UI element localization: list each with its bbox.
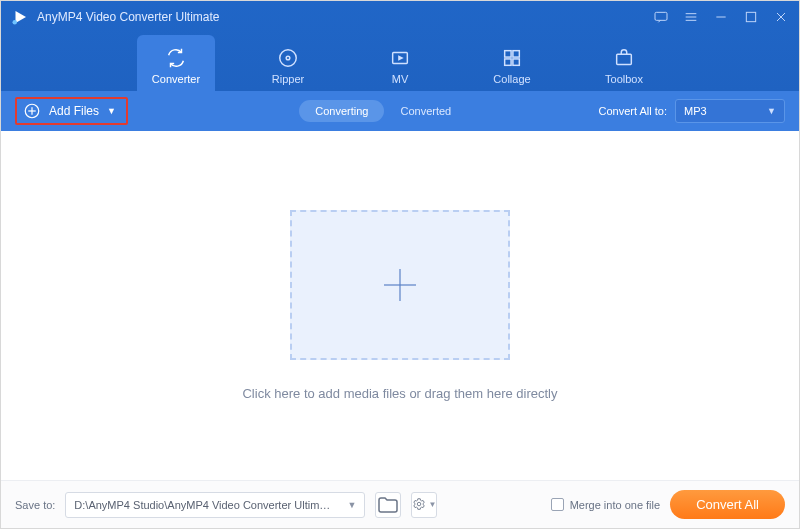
chevron-down-icon: ▼ [767, 106, 776, 116]
chevron-down-icon: ▼ [107, 106, 116, 116]
collage-icon [501, 47, 523, 69]
chevron-down-icon: ▼ [428, 500, 436, 509]
svg-marker-13 [398, 55, 404, 61]
segment-converting[interactable]: Converting [299, 100, 384, 122]
svg-marker-0 [16, 11, 27, 23]
add-files-label: Add Files [49, 104, 99, 118]
svg-point-24 [418, 503, 422, 507]
status-segment: Converting Converted [299, 100, 467, 122]
tab-mv[interactable]: MV [361, 35, 439, 91]
save-path-value: D:\AnyMP4 Studio\AnyMP4 Video Converter … [74, 499, 334, 511]
footer: Save to: D:\AnyMP4 Studio\AnyMP4 Video C… [1, 480, 799, 528]
tab-ripper[interactable]: Ripper [249, 35, 327, 91]
tab-label: Collage [493, 73, 530, 85]
svg-rect-18 [617, 54, 632, 64]
close-icon[interactable] [773, 9, 789, 25]
plus-circle-icon [23, 102, 41, 120]
svg-rect-15 [513, 51, 519, 57]
tab-collage[interactable]: Collage [473, 35, 551, 91]
converter-icon [165, 47, 187, 69]
checkbox-icon [551, 498, 564, 511]
feedback-icon[interactable] [653, 9, 669, 25]
header: AnyMP4 Video Converter Ultimate Converte… [1, 1, 799, 91]
toolbox-icon [613, 47, 635, 69]
convert-all-to: Convert All to: MP3 ▼ [599, 99, 785, 123]
settings-button[interactable]: ▼ [411, 492, 437, 518]
svg-rect-2 [655, 12, 667, 20]
titlebar: AnyMP4 Video Converter Ultimate [1, 1, 799, 33]
app-title: AnyMP4 Video Converter Ultimate [37, 10, 220, 24]
chevron-down-icon: ▼ [347, 500, 356, 510]
dropzone[interactable] [290, 210, 510, 360]
plus-icon [376, 261, 424, 309]
format-select[interactable]: MP3 ▼ [675, 99, 785, 123]
svg-rect-7 [746, 12, 755, 21]
main-area: Click here to add media files or drag th… [1, 131, 799, 480]
tab-label: MV [392, 73, 409, 85]
convert-all-button[interactable]: Convert All [670, 490, 785, 519]
tab-label: Converter [152, 73, 200, 85]
app-logo-icon [11, 8, 29, 26]
add-files-button[interactable]: Add Files ▼ [15, 97, 128, 125]
tab-toolbox[interactable]: Toolbox [585, 35, 663, 91]
save-to-label: Save to: [15, 499, 55, 511]
drop-hint: Click here to add media files or drag th… [242, 386, 557, 401]
maximize-icon[interactable] [743, 9, 759, 25]
format-value: MP3 [684, 105, 707, 117]
merge-label: Merge into one file [570, 499, 661, 511]
tab-label: Ripper [272, 73, 304, 85]
svg-point-1 [13, 20, 18, 25]
svg-rect-17 [513, 59, 519, 65]
segment-converted[interactable]: Converted [384, 100, 467, 122]
window-controls [653, 9, 789, 25]
svg-point-11 [286, 56, 290, 60]
tab-label: Toolbox [605, 73, 643, 85]
svg-point-10 [280, 50, 297, 67]
tab-converter[interactable]: Converter [137, 35, 215, 91]
svg-rect-16 [505, 59, 511, 65]
menu-icon[interactable] [683, 9, 699, 25]
mv-icon [389, 47, 411, 69]
open-folder-button[interactable] [375, 492, 401, 518]
main-tabs: Converter Ripper MV Collage Toolbox [1, 33, 799, 91]
svg-rect-14 [505, 51, 511, 57]
ripper-icon [277, 47, 299, 69]
save-path-select[interactable]: D:\AnyMP4 Studio\AnyMP4 Video Converter … [65, 492, 365, 518]
convert-all-to-label: Convert All to: [599, 105, 667, 117]
subheader: Add Files ▼ Converting Converted Convert… [1, 91, 799, 131]
minimize-icon[interactable] [713, 9, 729, 25]
merge-checkbox[interactable]: Merge into one file [551, 498, 661, 511]
app-window: AnyMP4 Video Converter Ultimate Converte… [0, 0, 800, 529]
